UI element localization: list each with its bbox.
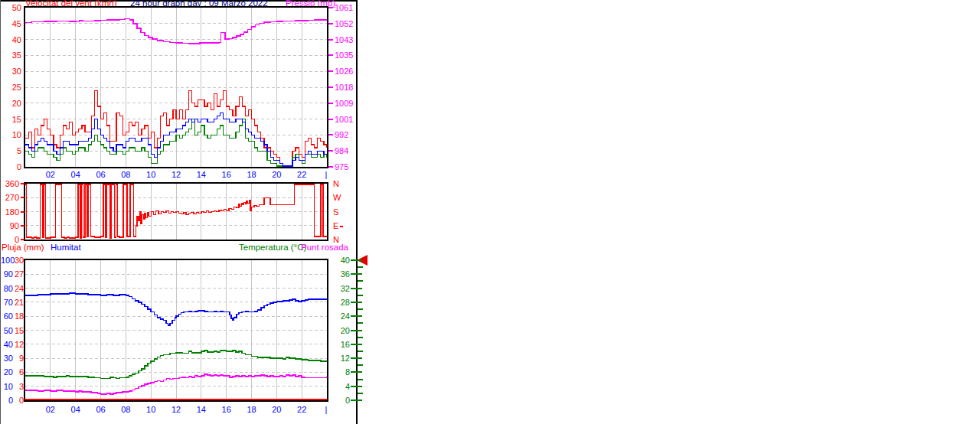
humidity-axis-label: 20 bbox=[1, 367, 13, 377]
rain-axis-label: 0 bbox=[15, 396, 24, 405]
temperature-axis-minor-tick bbox=[358, 266, 363, 268]
humidity-axis-label: 100 bbox=[1, 256, 13, 265]
wind-axis-label: 45 bbox=[2, 19, 21, 28]
temperature-axis-tick bbox=[351, 330, 362, 331]
x-tick-label: 16 bbox=[219, 405, 234, 414]
rain-axis-label: 9 bbox=[15, 354, 24, 363]
x-tick-label: 14 bbox=[194, 170, 209, 179]
pressure-axis-tick bbox=[328, 86, 333, 88]
temperature-axis-label: 32 bbox=[338, 284, 350, 293]
pressure-axis-label: 1052 bbox=[335, 19, 356, 28]
wind-pressure-plot bbox=[24, 6, 328, 168]
temperature-axis-tick bbox=[351, 273, 362, 275]
pressure-axis-tick bbox=[328, 134, 333, 135]
x-tick-label: 02 bbox=[43, 405, 58, 414]
rain-axis-label: 24 bbox=[15, 284, 24, 293]
pressure-axis-label: 1009 bbox=[335, 99, 356, 108]
pressure-axis-label: 1018 bbox=[335, 83, 356, 92]
temperature-axis-minor-tick bbox=[358, 393, 363, 394]
rain-axis-label: 18 bbox=[15, 311, 24, 321]
x-tick-label: 02 bbox=[43, 170, 58, 179]
wind-axis-label: 40 bbox=[2, 35, 21, 44]
wind-axis-label: 20 bbox=[2, 99, 21, 108]
temperature-axis-tick bbox=[351, 288, 362, 289]
direction-axis-tick bbox=[21, 225, 24, 227]
wind-axis-label: 5 bbox=[2, 146, 21, 155]
temperature-axis-label: 36 bbox=[338, 269, 350, 279]
x-end-label: | bbox=[323, 170, 329, 179]
temperature-axis-label: 8 bbox=[338, 367, 350, 377]
x-tick-label: 14 bbox=[194, 405, 209, 414]
compass-axis-label: N bbox=[333, 235, 344, 244]
x-tick-label: 10 bbox=[143, 170, 158, 179]
x-tick-label: 18 bbox=[244, 170, 260, 179]
direction-axis-tick bbox=[21, 239, 24, 240]
wind-axis-label: 50 bbox=[2, 3, 21, 12]
temperature-axis-label: 4 bbox=[338, 382, 350, 391]
temperature-axis-tick bbox=[351, 357, 362, 359]
compass-axis-label: N bbox=[333, 179, 344, 188]
humidity-axis-label: 60 bbox=[1, 311, 13, 321]
x-tick-label: 10 bbox=[143, 405, 158, 414]
temperature-axis-tick bbox=[351, 371, 362, 373]
x-tick-label: 04 bbox=[68, 170, 83, 179]
temperature-axis-minor-tick bbox=[358, 295, 363, 296]
pressure-axis-tick bbox=[328, 103, 333, 104]
pressure-axis-tick bbox=[328, 70, 333, 72]
wind-axis-label: 10 bbox=[2, 130, 21, 139]
pressure-axis-tick bbox=[328, 39, 333, 41]
pressure-axis-label: 984 bbox=[335, 146, 356, 155]
pressure-axis-tick bbox=[328, 7, 333, 8]
rain-axis-label: 3 bbox=[15, 382, 24, 391]
vertical-separator bbox=[356, 0, 358, 424]
rain-axis-label: 12 bbox=[15, 340, 24, 349]
temperature-axis-label: 40 bbox=[338, 256, 350, 265]
rain-axis-label: 6 bbox=[15, 367, 24, 377]
humidity-axis-label: 50 bbox=[1, 326, 13, 335]
temperature-axis-label: 16 bbox=[338, 340, 350, 349]
wind-axis-label: 25 bbox=[2, 83, 21, 92]
x-tick-label: 08 bbox=[118, 405, 133, 414]
wind-axis-label: 35 bbox=[2, 51, 21, 60]
direction-axis-label: 180 bbox=[2, 207, 19, 217]
wind-axis-label: 0 bbox=[2, 162, 21, 171]
compass-axis-label: S bbox=[333, 207, 344, 217]
rain-axis-label: 21 bbox=[15, 298, 24, 307]
direction-axis-label: 360 bbox=[2, 179, 19, 188]
pressure-axis-label: 1035 bbox=[335, 51, 356, 60]
pressure-axis-label: 992 bbox=[335, 130, 356, 139]
direction-axis-tick bbox=[21, 211, 24, 213]
pressure-axis-tick bbox=[328, 166, 333, 168]
temperature-axis-label: 28 bbox=[338, 298, 350, 307]
x-tick-label: 08 bbox=[118, 170, 133, 179]
x-tick-label: 20 bbox=[269, 170, 284, 179]
temperature-axis-tick bbox=[351, 386, 362, 387]
x-tick-label: 04 bbox=[68, 405, 83, 414]
rain-humidity-temperature-plot bbox=[24, 259, 328, 402]
wind-direction-plot bbox=[24, 182, 328, 241]
x-tick-label: 06 bbox=[93, 170, 109, 179]
x-tick-label: 18 bbox=[244, 405, 260, 414]
pressure-axis-label: 1061 bbox=[335, 3, 356, 12]
temperature-axis-minor-tick bbox=[358, 280, 363, 282]
weather-graphs-page: Velocitat del vent (kmh) 24 hour graph d… bbox=[0, 0, 980, 424]
temperature-axis-minor-tick bbox=[358, 379, 363, 380]
temperature-axis-minor-tick bbox=[358, 322, 363, 324]
humidity-axis-label: 0 bbox=[1, 396, 13, 405]
direction-axis-label: 90 bbox=[2, 221, 19, 230]
legend-humidity: Humitat bbox=[51, 243, 81, 252]
temperature-axis-label: 20 bbox=[338, 326, 350, 335]
temperature-axis-minor-tick bbox=[358, 364, 363, 366]
x-tick-label: 20 bbox=[269, 405, 284, 414]
direction-axis-minor-tick bbox=[340, 226, 343, 227]
temperature-axis-minor-tick bbox=[358, 308, 363, 310]
temperature-axis-tick bbox=[351, 344, 362, 345]
rain-axis-label: 15 bbox=[15, 326, 24, 335]
temperature-axis-minor-tick bbox=[358, 351, 363, 352]
humidity-axis-label: 90 bbox=[1, 269, 13, 279]
temperature-axis-tick bbox=[351, 259, 362, 261]
humidity-axis-label: 40 bbox=[1, 340, 13, 349]
compass-axis-label: W bbox=[333, 193, 344, 202]
humidity-axis-label: 80 bbox=[1, 284, 13, 293]
pressure-axis-tick bbox=[328, 54, 333, 56]
